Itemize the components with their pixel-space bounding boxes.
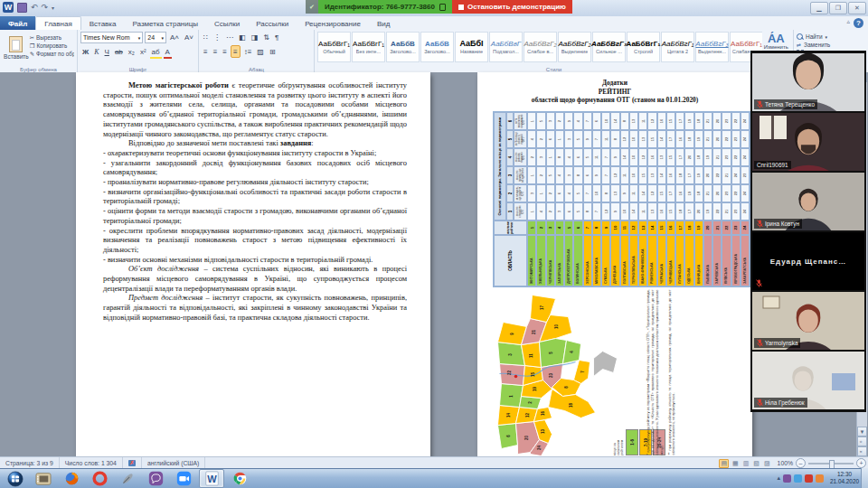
collapse-ribbon-icon[interactable]: ▵ (846, 18, 850, 28)
grow-font-button[interactable]: А˄ (168, 33, 181, 43)
style-item[interactable]: АаБбВгГ₁Строгий (627, 32, 660, 62)
tab-Файл[interactable]: Файл (0, 16, 35, 30)
tab-Главная[interactable]: Главная (35, 16, 80, 30)
sort-icon[interactable]: ⇅ (261, 32, 271, 42)
qat-dropdown-icon[interactable]: ▾ (52, 5, 54, 11)
align-center-button[interactable]: ≡ (212, 46, 220, 57)
movie-maker-icon[interactable] (31, 469, 56, 488)
outline-view-icon[interactable]: ▧ (752, 460, 760, 467)
font-color-button[interactable]: А (164, 46, 172, 57)
opera-icon[interactable] (87, 469, 112, 488)
pilcrow-icon[interactable]: ¶ (273, 32, 280, 42)
font-size-select[interactable]: 24▾ (145, 32, 166, 43)
tab-Рассылки[interactable]: Рассылки (248, 16, 297, 30)
borders-button[interactable]: ⊞ (268, 46, 278, 57)
highlight-button[interactable]: аб (150, 46, 162, 57)
minimize-icon[interactable]: ▁ (810, 2, 828, 14)
zoom-slider[interactable] (808, 463, 854, 465)
tab-Разметка страницы[interactable]: Разметка страницы (124, 16, 206, 30)
param-value: 9 (610, 148, 619, 166)
viber-icon[interactable] (143, 469, 168, 488)
redo-icon[interactable]: ↷ (42, 3, 49, 12)
bullets-icon[interactable]: ∷ (202, 32, 210, 42)
justify-button[interactable]: ≡ (231, 45, 241, 58)
fullscreen-view-icon[interactable]: ▦ (731, 460, 740, 467)
restore-icon[interactable]: ❐ (829, 2, 847, 14)
zoom-out-icon[interactable]: – (796, 458, 806, 468)
scroll-down-icon[interactable]: ▼ (857, 427, 867, 436)
undo-icon[interactable]: ↶ (31, 3, 38, 12)
tray-viber-icon[interactable] (783, 474, 791, 483)
multilevel-list-icon[interactable]: ⋯ (224, 32, 235, 42)
zoom-in-icon[interactable]: + (856, 458, 866, 468)
superscript-button[interactable]: х² (138, 46, 148, 57)
previous-page-icon[interactable]: « (857, 436, 867, 446)
start-button[interactable] (3, 469, 28, 488)
style-item[interactable]: АаБбВгГ₁Без инте... (352, 32, 385, 62)
shrink-font-button[interactable]: А˅ (183, 33, 195, 43)
paste-button[interactable]: Вставить (3, 32, 30, 64)
firefox-icon[interactable] (59, 469, 84, 488)
increase-indent-icon[interactable]: ◨ (250, 32, 260, 42)
participant-tile[interactable]: Тетяна Терещенко (752, 53, 864, 111)
style-item[interactable]: АаБбВгГ₁Обычный (317, 32, 351, 62)
graphics-tool-icon[interactable] (115, 469, 140, 488)
draft-view-icon[interactable]: ▨ (763, 460, 771, 467)
tray-skype-icon[interactable] (794, 474, 802, 483)
align-right-button[interactable]: ≡ (221, 46, 229, 57)
participant-tile[interactable]: Ірина Ковтун (752, 173, 864, 230)
document-page-left[interactable]: Метою магістерської роботи є теоретичне … (76, 72, 430, 456)
tab-Вставка[interactable]: Вставка (81, 16, 125, 30)
web-view-icon[interactable]: ▥ (742, 460, 750, 467)
italic-button[interactable]: К (92, 46, 100, 57)
chrome-icon[interactable] (227, 469, 252, 488)
next-page-icon[interactable]: » (857, 446, 867, 456)
hidden-icons-arrow[interactable]: ▴ (777, 474, 780, 482)
line-spacing-button[interactable]: ↕≡ (242, 46, 254, 57)
style-item[interactable]: АаБбВгГ₃Выделенн... (695, 32, 729, 62)
style-item[interactable]: АаБбВЗаголово... (420, 32, 454, 62)
help-icon[interactable]: ? (854, 18, 863, 28)
numbering-icon[interactable]: ⋮ (212, 32, 222, 42)
stop-share-button[interactable]: Остановить демонстрацию (452, 0, 572, 14)
copy-button[interactable]: ❐Копировать (30, 42, 74, 49)
participant-tile[interactable]: Спгіl190691 (752, 113, 864, 171)
print-layout-view-icon[interactable]: ▤ (719, 459, 729, 468)
tray-red-icon[interactable] (805, 474, 813, 483)
style-item[interactable]: АаБбВгГ₃Сильное ... (592, 32, 626, 62)
align-left-button[interactable]: ≡ (202, 46, 210, 57)
participant-tile[interactable]: Едуард Щепанс… (752, 232, 864, 290)
style-item[interactable]: АаБбВвГПодзагол... (489, 32, 523, 62)
zoom-slider-thumb[interactable] (829, 460, 835, 469)
tab-Рецензирование[interactable]: Рецензирование (297, 16, 369, 30)
style-item[interactable]: АаБбВЗаголово... (386, 32, 420, 62)
show-desktop-button[interactable] (861, 468, 868, 488)
style-item[interactable]: АаБбВгГ₂Выделение (558, 32, 591, 62)
zoom-level[interactable]: 100% (778, 460, 793, 466)
format-painter-button[interactable]: ✎Формат по образцу (30, 51, 74, 57)
cut-button[interactable]: ✂Вырезать (30, 34, 74, 41)
taskbar-clock[interactable]: 12:30 21.04.2020 (830, 471, 859, 484)
tab-Вид[interactable]: Вид (369, 16, 398, 30)
close-icon[interactable]: ✕ (848, 2, 866, 14)
shading-button[interactable]: ▨ (255, 46, 266, 57)
underline-button[interactable]: Ч (103, 46, 111, 57)
strikethrough-button[interactable]: ab (113, 46, 125, 57)
subscript-button[interactable]: х₂ (127, 46, 137, 57)
tray-orange-icon[interactable] (816, 474, 824, 483)
participant-tile[interactable]: Ніла Гребенюк (752, 352, 864, 409)
style-item[interactable]: АаБбВгГ₁Цитата 2 (661, 32, 694, 62)
document-page-right[interactable]: Додатки РЕЙТИНГ областей щодо формування… (477, 72, 752, 456)
save-icon[interactable] (17, 3, 27, 13)
replace-button[interactable]: ⇄Заменить (797, 42, 863, 48)
decrease-indent-icon[interactable]: ◧ (237, 32, 248, 42)
zoom-app-icon[interactable] (171, 469, 196, 488)
style-item[interactable]: АаБбІНазвание (455, 32, 488, 62)
bold-button[interactable]: Ж (80, 46, 90, 57)
tab-Ссылки[interactable]: Ссылки (206, 16, 248, 30)
style-item[interactable]: АаБбВгГ₂Слабое в... (524, 32, 557, 62)
find-button[interactable]: Найти▾ (797, 33, 863, 40)
font-name-select[interactable]: Times New Rom▾ (80, 32, 143, 43)
participant-tile[interactable]: Yarmolynska (752, 292, 864, 350)
word-taskbar-icon[interactable]: W (199, 469, 224, 488)
